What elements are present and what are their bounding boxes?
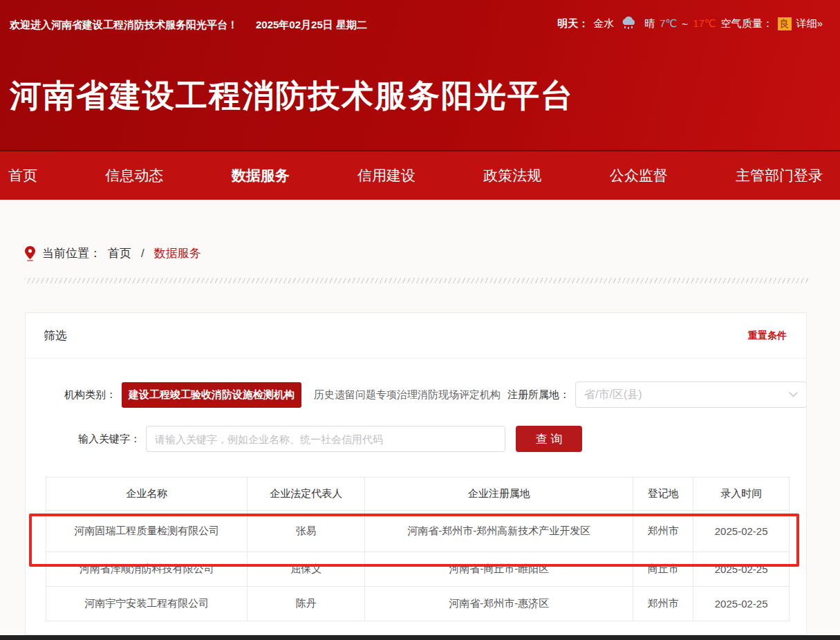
weather-widget: 明天： 金水 晴 7℃ ~ 17℃ 空气质量： 良 详细» (557, 17, 823, 30)
table-cell: 河南省-郑州市-惠济区 (365, 587, 633, 621)
table-row[interactable]: 河南宇宁安装工程有限公司陈丹河南省-郑州市-惠济区郑州市2025-02-25 (46, 587, 790, 621)
filter-panel: 筛选 重置条件 机构类别： 建设工程竣工验收消防设施检测机构历史遗留问题专项治理… (25, 312, 807, 635)
region-select-placeholder: 省/市/区(县) (584, 388, 642, 402)
table-cell: 屈保义 (248, 552, 365, 587)
table-cell: 河南省泽顺消防科技有限公司 (46, 552, 248, 587)
top-bar: 欢迎进入河南省建设工程消防技术服务阳光平台！ 2025年02月25日 星期二 明… (0, 0, 840, 40)
table-header-cell: 企业注册属地 (365, 478, 633, 511)
nav-item[interactable]: 信息动态 (105, 166, 163, 185)
category-option[interactable]: 建设工程竣工验收消防设施检测机构 (122, 382, 301, 408)
table-cell: 陈丹 (248, 587, 365, 621)
table-header-cell: 录入时间 (693, 478, 790, 511)
region-filter-group: 注册所属地： 省/市/区(县) (507, 382, 807, 408)
table-cell: 河南省-郑州市-郑州高新技术产业开发区 (365, 511, 633, 552)
table-cell: 商丘市 (633, 552, 693, 587)
table-header-cell: 登记地 (633, 478, 693, 511)
region-select[interactable]: 省/市/区(县) (575, 382, 807, 408)
results-table: 企业名称企业法定代表人企业注册属地登记地录入时间 河南固瑞工程质量检测有限公司张… (46, 477, 790, 621)
breadcrumb: 当前位置： 首页 / 数据服务 (25, 245, 201, 261)
table-cell: 河南省-商丘市-睢阳区 (365, 552, 633, 587)
decorative-slash-divider (25, 278, 809, 283)
welcome-text: 欢迎进入河南省建设工程消防技术服务阳光平台！ (10, 19, 238, 32)
nav-item[interactable]: 信用建设 (357, 166, 416, 185)
bottom-edge-bar (0, 635, 840, 640)
aqi-label: 空气质量： (721, 17, 773, 30)
keyword-filter-row: 输入关键字： 查 询 (26, 426, 806, 452)
site-title: 河南省建设工程消防技术服务阳光平台 (10, 75, 574, 117)
location-pin-icon (25, 246, 35, 261)
main-nav: 首页信息动态数据服务信用建设政策法规公众监督主管部门登录 (0, 150, 840, 200)
date-text: 2025年02月25日 星期二 (256, 19, 367, 32)
table-header-cell: 企业法定代表人 (248, 478, 365, 511)
category-label: 机构类别： (64, 388, 116, 402)
table-cell: 郑州市 (633, 511, 693, 552)
temp-high: 17℃ (693, 17, 716, 30)
keyword-label: 输入关键字： (64, 433, 140, 446)
weather-cloud-icon (620, 17, 638, 30)
nav-item[interactable]: 首页 (8, 166, 37, 185)
table-row[interactable]: 河南固瑞工程质量检测有限公司张易河南省-郑州市-郑州高新技术产业开发区郑州市20… (46, 511, 790, 552)
weather-label: 明天： (557, 17, 588, 30)
filter-panel-header: 筛选 重置条件 (26, 313, 806, 359)
table-cell: 郑州市 (633, 587, 693, 621)
nav-item[interactable]: 政策法规 (483, 166, 541, 185)
breadcrumb-label: 当前位置： (42, 245, 101, 261)
temp-tilde: ~ (682, 18, 688, 30)
table-cell: 2025-02-25 (693, 511, 790, 552)
keyword-input[interactable] (146, 426, 505, 452)
table-cell: 河南宇宁安装工程有限公司 (46, 587, 248, 621)
filter-title: 筛选 (44, 328, 67, 343)
search-button[interactable]: 查 询 (516, 426, 582, 452)
temp-low: 7℃ (660, 17, 677, 30)
region-label: 注册所属地： (507, 388, 570, 402)
aqi-badge: 良 (778, 17, 792, 30)
table-header-row: 企业名称企业法定代表人企业注册属地登记地录入时间 (46, 478, 790, 511)
table-cell: 2025-02-25 (693, 552, 790, 587)
table-cell: 张易 (248, 511, 365, 552)
table-row[interactable]: 河南省泽顺消防科技有限公司屈保义河南省-商丘市-睢阳区商丘市2025-02-25 (46, 552, 790, 587)
reset-conditions-link[interactable]: 重置条件 (748, 330, 787, 342)
weather-district: 金水 (593, 17, 614, 30)
category-filter-row: 机构类别： 建设工程竣工验收消防设施检测机构历史遗留问题专项治理消防现场评定机构… (26, 382, 806, 408)
table-body: 河南固瑞工程质量检测有限公司张易河南省-郑州市-郑州高新技术产业开发区郑州市20… (46, 511, 790, 621)
breadcrumb-current-link[interactable]: 数据服务 (154, 245, 201, 261)
page-header: 欢迎进入河南省建设工程消防技术服务阳光平台！ 2025年02月25日 星期二 明… (0, 0, 840, 150)
table-cell: 河南固瑞工程质量检测有限公司 (46, 511, 248, 552)
table-cell: 2025-02-25 (693, 587, 790, 621)
breadcrumb-home-link[interactable]: 首页 (108, 245, 131, 261)
main-content: 当前位置： 首页 / 数据服务 筛选 重置条件 机构类别： 建设工程竣工验收消防… (0, 200, 840, 635)
nav-item[interactable]: 主管部门登录 (736, 166, 823, 185)
weather-detail-link[interactable]: 详细» (796, 17, 823, 30)
weather-condition: 晴 (644, 17, 655, 30)
breadcrumb-separator: / (141, 247, 144, 261)
table-header-cell: 企业名称 (46, 478, 248, 511)
nav-item[interactable]: 数据服务 (232, 166, 290, 185)
category-options: 建设工程竣工验收消防设施检测机构历史遗留问题专项治理消防现场评定机构 (122, 382, 507, 408)
category-option[interactable]: 历史遗留问题专项治理消防现场评定机构 (308, 382, 507, 408)
chevron-down-icon (789, 392, 798, 397)
nav-item[interactable]: 公众监督 (610, 166, 668, 185)
